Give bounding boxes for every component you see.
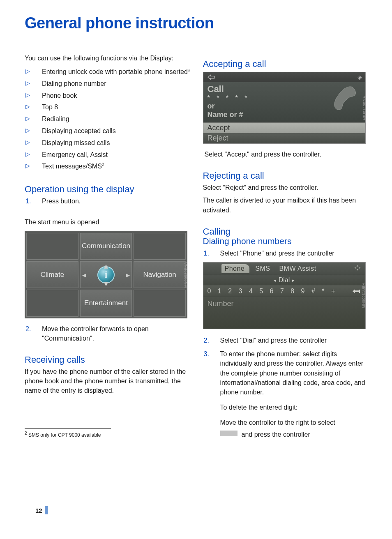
right-column: Accepting a call ◈ Call * * * * * or Nam…: [203, 55, 370, 444]
delete-digit-heading: To delete the entered digit:: [220, 403, 370, 412]
call-topbar: ◈: [203, 72, 365, 82]
call-screenshot: ◈ Call * * * * * or Name or # Accept Rej…: [203, 72, 370, 144]
list-item: Top 8: [25, 101, 191, 113]
menu-blank: [134, 233, 186, 260]
operation-steps-cont: Move the controller forwards to open "Co…: [25, 324, 191, 343]
dial-screenshot: Phone SMS BMW Assist ◂ Dial ▸ 0 1 2 3 4 …: [203, 262, 370, 329]
dial-steps-1: Select "Phone" and press the controller: [203, 249, 370, 258]
step-item: Move the controller forwards to open "Co…: [25, 324, 191, 343]
tab-bmw-assist: BMW Assist: [276, 264, 319, 273]
page-bar-icon: [45, 506, 48, 514]
heading-calling: Calling: [203, 226, 370, 237]
list-item: Emergency call, Assist: [25, 149, 191, 161]
heading-dialing: Dialing phone numbers: [203, 236, 370, 246]
page-number: 12: [35, 506, 48, 514]
svg-rect-0: [359, 290, 360, 293]
back-icon: [207, 74, 216, 80]
list-item: Displaying missed calls: [25, 137, 191, 149]
page-title: General phone instruction: [25, 14, 369, 32]
arrow-right-icon: ▸: [126, 270, 130, 280]
rejecting-body2: The caller is diverted to your mailbox i…: [203, 196, 370, 214]
menu-caption: The start menu is opened: [25, 217, 191, 227]
arrow-down-icon: ▾: [104, 279, 108, 288]
digits: 0 1 2 3 4 5 6 7 8 9 # * +: [208, 288, 338, 295]
step-item: Select "Dial" and press the controller: [203, 336, 370, 345]
menu-tile-communication: Communication: [80, 233, 132, 260]
tab-phone: Phone: [221, 264, 250, 273]
tab-sms: SMS: [252, 264, 273, 273]
menu-tile-navigation: Navigation: [134, 261, 186, 288]
reject-row: Reject: [203, 133, 365, 143]
dial-digits-row: 0 1 2 3 4 5 6 7 8 9 # * +: [203, 286, 365, 297]
function-list: Entering unlock code with portable phone…: [25, 66, 191, 173]
operation-steps: Press button.: [25, 196, 191, 206]
handset-icon: [327, 83, 360, 116]
footnote-rule: [25, 428, 111, 428]
menu-blank: [26, 290, 78, 316]
step-item: Press button.: [25, 196, 191, 206]
menu-tile-climate: Climate: [26, 261, 78, 288]
heading-operation: Operation using the display: [25, 184, 191, 195]
screenshot-code: MN00931UEA: [362, 283, 366, 309]
placeholder-icon: [220, 431, 238, 436]
arrows-icon: [354, 264, 363, 273]
menu-blank: [134, 290, 186, 316]
step-item: Select "Phone" and press the controller: [203, 249, 370, 258]
screenshot-code: MIU0143ENA: [362, 95, 367, 120]
list-item: Dialing phone number: [25, 78, 191, 90]
left-column: You can use the following functions via …: [25, 55, 191, 444]
accepting-body: Select "Accept" and press the controller…: [205, 150, 370, 159]
list-item: Displaying accepted calls: [25, 125, 191, 137]
list-item: Phone book: [25, 90, 191, 102]
menu-tile-center: ▴ ◂ ▸ ▾: [80, 261, 132, 288]
delete-sub1: Move the controller to the right to sele…: [220, 418, 370, 427]
menu-tile-entertainment: Entertainment: [80, 290, 132, 316]
heading-rejecting: Rejecting a call: [203, 170, 370, 181]
footnote-ref: 2: [102, 162, 104, 167]
screenshot-code: MN00530ENA: [184, 262, 188, 288]
diamond-icon: ◈: [357, 74, 362, 81]
start-menu-screenshot: Communication Climate ▴ ◂ ▸ ▾ Navigation: [25, 231, 191, 318]
rejecting-body1: Select "Reject" and press the controller…: [203, 183, 370, 192]
list-item: Text messages/SMS2: [25, 161, 191, 173]
list-item: Entering unlock code with portable phone…: [25, 66, 191, 78]
dial-tabs: Phone SMS BMW Assist: [203, 263, 365, 275]
intro-text: You can use the following functions via …: [25, 55, 191, 62]
backspace-icon: [351, 288, 361, 294]
list-item: Redialing: [25, 113, 191, 125]
dial-label-row: ◂ Dial ▸: [203, 275, 365, 286]
arrow-up-icon: ▴: [104, 261, 108, 271]
receiving-body: If you have the phone number of the call…: [25, 367, 191, 396]
content-columns: You can use the following functions via …: [25, 55, 369, 444]
heading-receiving: Receiving calls: [25, 355, 191, 365]
arrow-left-icon: ◂: [82, 270, 86, 280]
menu-blank: [26, 233, 78, 260]
heading-accepting: Accepting a call: [203, 59, 370, 69]
dial-steps-2: Select "Dial" and press the controller T…: [203, 336, 370, 440]
delete-sub2: and press the controller: [220, 430, 370, 439]
step-item: To enter the phone number: select digits…: [203, 349, 370, 440]
footnote: 2 SMS only for CPT 9000 available: [25, 431, 191, 438]
accept-row: Accept: [203, 122, 365, 133]
dial-number-row: Number: [203, 297, 365, 329]
